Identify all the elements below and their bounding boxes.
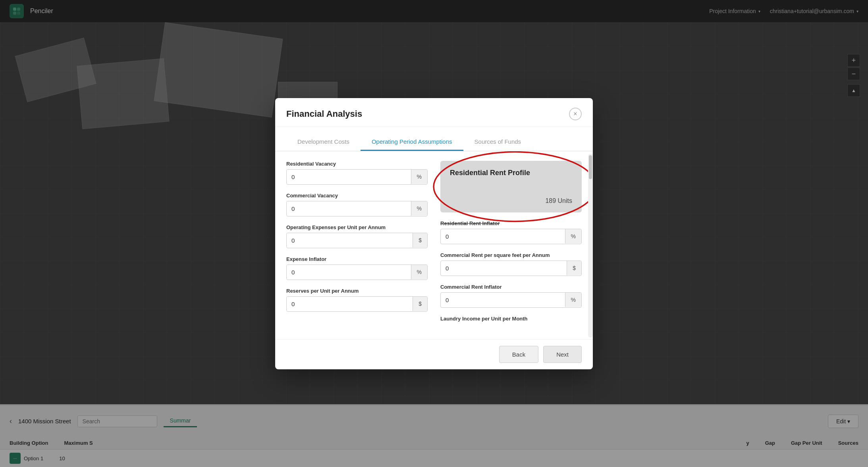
laundry-income-group: Laundry Income per Unit per Month: [440, 316, 582, 322]
expense-inflator-group: Expense Inflator %: [286, 256, 428, 280]
modal-header: Financial Analysis ×: [275, 98, 593, 127]
right-column: Residential Rent Profile 189 Units Resid…: [440, 161, 582, 330]
residential-rent-inflator-label: Residential Rent Inflator: [440, 220, 582, 226]
residential-vacancy-label: Residential Vacancy: [286, 161, 428, 167]
commercial-vacancy-suffix: %: [411, 201, 427, 216]
modal-scrollbar-track[interactable]: [588, 154, 593, 338]
commercial-rent-input[interactable]: [441, 261, 567, 276]
form-grid: Residential Vacancy % Commercial Vacancy…: [286, 161, 582, 330]
operating-expenses-input-wrapper: $: [286, 233, 428, 248]
commercial-rent-input-wrapper: $: [440, 261, 582, 276]
reserves-input-wrapper: $: [286, 296, 428, 312]
residential-rent-inflator-input-wrapper: %: [440, 229, 582, 244]
modal-overlay: Financial Analysis × Development Costs O…: [0, 0, 868, 467]
reserves-input[interactable]: [287, 297, 413, 311]
modal-close-button[interactable]: ×: [569, 108, 582, 120]
residential-vacancy-input-wrapper: %: [286, 169, 428, 185]
expense-inflator-suffix: %: [411, 265, 427, 279]
residential-rent-inflator-group: Residential Rent Inflator %: [440, 220, 582, 244]
residential-vacancy-suffix: %: [411, 170, 427, 184]
commercial-rent-group: Commercial Rent per square feet per Annu…: [440, 252, 582, 276]
residential-rent-inflator-suffix: %: [565, 229, 581, 243]
tab-development-costs[interactable]: Development Costs: [286, 133, 361, 151]
left-column: Residential Vacancy % Commercial Vacancy…: [286, 161, 428, 330]
commercial-rent-inflator-group: Commercial Rent Inflator %: [440, 284, 582, 308]
commercial-rent-inflator-suffix: %: [565, 293, 581, 307]
residential-rent-inflator-text: Residential Rent Inflator: [440, 220, 500, 226]
operating-expenses-input[interactable]: [287, 233, 413, 248]
modal-footer: Back Next: [275, 339, 593, 369]
reserves-suffix: $: [413, 297, 427, 311]
financial-analysis-modal: Financial Analysis × Development Costs O…: [275, 98, 593, 369]
commercial-rent-inflator-input-wrapper: %: [440, 292, 582, 308]
laundry-income-label: Laundry Income per Unit per Month: [440, 316, 582, 322]
modal-tab-bar: Development Costs Operating Period Assum…: [275, 127, 593, 151]
residential-rent-inflator-input[interactable]: [441, 229, 565, 244]
commercial-vacancy-group: Commercial Vacancy %: [286, 193, 428, 216]
rent-profile-card[interactable]: Residential Rent Profile 189 Units: [440, 161, 582, 212]
residential-vacancy-input[interactable]: [287, 170, 411, 184]
modal-body: Residential Vacancy % Commercial Vacancy…: [275, 151, 593, 339]
rent-profile-units: 189 Units: [450, 197, 572, 205]
expense-inflator-input-wrapper: %: [286, 264, 428, 280]
modal-scrollbar-thumb[interactable]: [589, 155, 592, 179]
commercial-vacancy-input[interactable]: [287, 201, 411, 216]
commercial-vacancy-input-wrapper: %: [286, 201, 428, 216]
operating-expenses-suffix: $: [413, 233, 427, 247]
expense-inflator-input[interactable]: [287, 265, 411, 280]
commercial-rent-suffix: $: [567, 261, 581, 275]
rent-profile-container: Residential Rent Profile 189 Units: [440, 161, 582, 212]
reserves-group: Reserves per Unit per Annum $: [286, 288, 428, 312]
reserves-label: Reserves per Unit per Annum: [286, 288, 428, 294]
commercial-rent-label: Commercial Rent per square feet per Annu…: [440, 252, 582, 258]
commercial-rent-inflator-input[interactable]: [441, 293, 565, 307]
next-button[interactable]: Next: [543, 346, 582, 363]
operating-expenses-label: Operating Expenses per Unit per Annum: [286, 224, 428, 230]
modal-title: Financial Analysis: [286, 109, 362, 119]
back-button[interactable]: Back: [499, 346, 538, 363]
rent-profile-title: Residential Rent Profile: [450, 169, 572, 177]
operating-expenses-group: Operating Expenses per Unit per Annum $: [286, 224, 428, 248]
residential-vacancy-group: Residential Vacancy %: [286, 161, 428, 185]
commercial-rent-inflator-label: Commercial Rent Inflator: [440, 284, 582, 290]
expense-inflator-label: Expense Inflator: [286, 256, 428, 262]
commercial-vacancy-label: Commercial Vacancy: [286, 193, 428, 199]
tab-operating-period[interactable]: Operating Period Assumptions: [361, 133, 463, 151]
tab-sources-of-funds[interactable]: Sources of Funds: [463, 133, 532, 151]
